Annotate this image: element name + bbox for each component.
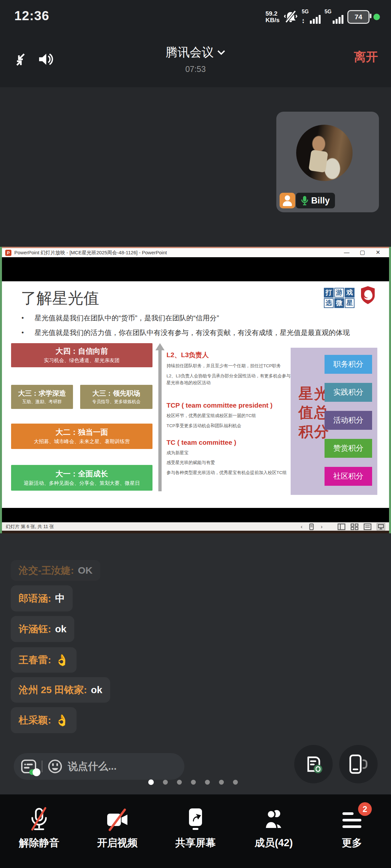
- meeting-toolbar: 解除静音 开启视频 共享屏幕: [0, 795, 391, 868]
- meeting-docs-button[interactable]: [294, 745, 333, 783]
- section-paragraph: 成为新星宝: [167, 450, 294, 457]
- chat-message: 郎语涵: 中: [11, 585, 73, 612]
- section-paragraph: 校区环节，优秀的星宝组成校区新一届的TC组: [167, 412, 294, 420]
- page-dot: [177, 780, 182, 785]
- members-icon: [261, 808, 286, 832]
- window-maximize-button[interactable]: ▢: [355, 248, 370, 257]
- logo-tile: 微: [334, 298, 344, 308]
- section-heading: TC ( team committee ): [167, 439, 294, 446]
- section-heading: L2、L3负责人: [167, 350, 294, 360]
- bell-muted-icon: [283, 10, 298, 24]
- leave-meeting-button[interactable]: 离开: [354, 49, 378, 65]
- status-bar: 12:36 59.2 KB/s 5G ▴▾ 5G 74: [0, 0, 391, 33]
- start-video-button[interactable]: 开启视频: [78, 795, 157, 868]
- chat-message: 许涵钰: ok: [11, 616, 74, 642]
- page-dot: [205, 780, 210, 785]
- page-indicator-dots: [148, 779, 238, 785]
- chat-input-placeholder[interactable]: 说点什么...: [68, 760, 117, 773]
- pyramid-level3b-block: 大三：领先职场 专员指导、更多锻炼机会: [80, 385, 152, 409]
- slide-counter: 幻灯片 第 6 张, 共 11 张: [6, 524, 54, 530]
- score-summary-panel: 星光 值总 积分 职务积分 实践积分 活动积分 赞赏积分 社区积分: [291, 348, 377, 495]
- normal-view-icon[interactable]: [338, 524, 345, 530]
- toolbar-label: 开启视频: [97, 836, 138, 850]
- page-dot: [163, 780, 168, 785]
- section-heading: TCP ( team committee president ): [167, 401, 294, 409]
- pyramid-level1-block: 大一：全面成长 迎新活动、多种见面会、分享会、策划大赛、微星日: [11, 465, 152, 491]
- page-dot-active: [148, 779, 154, 785]
- grade-pyramid: 大四：自信向前 实习机会、绿色通道、星光亲友团 大三：求学深造 互助、激励、考研…: [11, 343, 152, 491]
- meeting-title-block[interactable]: 腾讯会议 07:53: [0, 44, 391, 74]
- mic-active-icon: [301, 196, 308, 206]
- chat-text: 中: [55, 592, 65, 605]
- window-bottom-edge: [2, 531, 389, 533]
- chat-sender: 沧州 25 田铱家:: [19, 683, 87, 697]
- signal-bars-1: [310, 15, 320, 24]
- block-subtitle: 实习机会、绿色通道、星光亲友团: [44, 357, 120, 364]
- rotate-screen-button[interactable]: [339, 745, 378, 783]
- rotate-phone-icon: [348, 754, 368, 774]
- network-speed-value: 59.2: [266, 10, 280, 17]
- camera-off-icon: [105, 808, 130, 831]
- emoji-icon[interactable]: [48, 759, 62, 774]
- mic-muted-icon: [28, 807, 50, 833]
- next-slide-button[interactable]: ›: [320, 524, 323, 529]
- data-activity-arrows: ▴▾: [302, 18, 304, 24]
- members-button[interactable]: 成员(42): [234, 795, 313, 868]
- unmute-button[interactable]: 解除静音: [0, 795, 78, 868]
- logo-tile: 戏: [345, 288, 355, 298]
- slide-letterbox-top: [2, 257, 389, 281]
- participant-name: Billy: [311, 196, 330, 206]
- block-title: 大二：独当一面: [56, 427, 108, 437]
- bullet-marker: •: [22, 313, 34, 323]
- sim1-label: 5G: [302, 9, 309, 14]
- section-tcp: TCP ( team committee president ) 校区环节，优秀…: [167, 401, 294, 429]
- bullet-marker: •: [22, 328, 34, 338]
- captions-toggle-icon[interactable]: [21, 758, 36, 774]
- slide-letterbox-bottom: [2, 508, 389, 522]
- bullet-item: • 星光值就是我们在团队中的“货币”，是我们在团队的“信用分”: [22, 313, 377, 323]
- growth-arrow: [155, 343, 165, 491]
- toolbar-label: 更多: [342, 836, 362, 850]
- participant-video-tile[interactable]: Billy: [276, 112, 379, 212]
- share-screen-button[interactable]: 共享屏幕: [157, 795, 234, 868]
- chat-text: OK: [78, 565, 92, 576]
- annotation-pen-icon[interactable]: [308, 524, 315, 530]
- powerpoint-status-bar: 幻灯片 第 6 张, 共 11 张 ‹ ›: [2, 522, 389, 531]
- block-subtitle: 迎新活动、多种见面会、分享会、策划大赛、微星日: [24, 480, 140, 487]
- more-button[interactable]: 2 更多: [313, 795, 391, 868]
- block-title: 大三：领先职场: [92, 389, 140, 398]
- chat-message: 杜采颖: 👌: [11, 707, 77, 733]
- chat-sender: 沧交-王汝婕:: [19, 564, 74, 577]
- slide-sorter-view-icon[interactable]: [351, 524, 358, 530]
- chat-message: 沧交-王汝婕: OK: [11, 560, 100, 581]
- chat-text: ok: [91, 684, 102, 695]
- chat-input-bar[interactable]: 说点什么...: [14, 753, 185, 780]
- notification-badge: 2: [358, 802, 372, 816]
- section-paragraph: 持续担任团队职务，并且至少有一个任期，担任过TCP职务: [167, 363, 294, 370]
- block-title: 大一：全面成长: [56, 469, 108, 479]
- chat-message: 王春雷: 👌: [11, 647, 77, 673]
- reading-view-icon[interactable]: [364, 524, 371, 530]
- bullet-text: 星光值就是我们在团队中的“货币”，是我们在团队的“信用分”: [34, 313, 219, 323]
- slideshow-view-icon[interactable]: [377, 523, 385, 530]
- previous-slide-button[interactable]: ‹: [301, 524, 303, 529]
- role-descriptions: L2、L3负责人 持续担任团队职务，并且至少有一个任期，担任过TCP职务 L2、…: [167, 350, 294, 491]
- chat-sender: 杜采颖:: [19, 714, 51, 727]
- chat-message: 沧州 25 田铱家: ok: [11, 677, 110, 703]
- share-screen-icon: [186, 808, 205, 832]
- status-icons: 59.2 KB/s 5G ▴▾ 5G 74: [266, 6, 380, 27]
- section-paragraph: TCP享受更多活动机会和团队福利机会: [167, 423, 294, 429]
- campaign-logo-tiles: 打 游 戏 选 微 星: [324, 288, 355, 308]
- meeting-title[interactable]: 腾讯会议: [166, 44, 214, 61]
- signal-sim1: 5G ▴▾: [302, 9, 320, 24]
- section-paragraph: L2、L3负责人会协助专员承办部分全国性活动，有更多机会参与星光班各地的校区活动: [167, 373, 294, 386]
- powerpoint-window: P PowerPoint 幻灯片放映 - [MCE星光班2025周会-48-11…: [2, 247, 389, 533]
- participant-avatar: [296, 125, 353, 181]
- shared-screen-region: P PowerPoint 幻灯片放映 - [MCE星光班2025周会-48-11…: [0, 247, 391, 533]
- clock: 12:36: [14, 8, 49, 23]
- privacy-indicator-dot: [373, 14, 380, 20]
- section-paragraph: 感受星光班的赋能与有爱: [167, 459, 294, 466]
- logo-tile: 星: [345, 298, 355, 308]
- window-close-button[interactable]: ✕: [370, 248, 386, 257]
- window-minimize-button[interactable]: —: [339, 248, 355, 257]
